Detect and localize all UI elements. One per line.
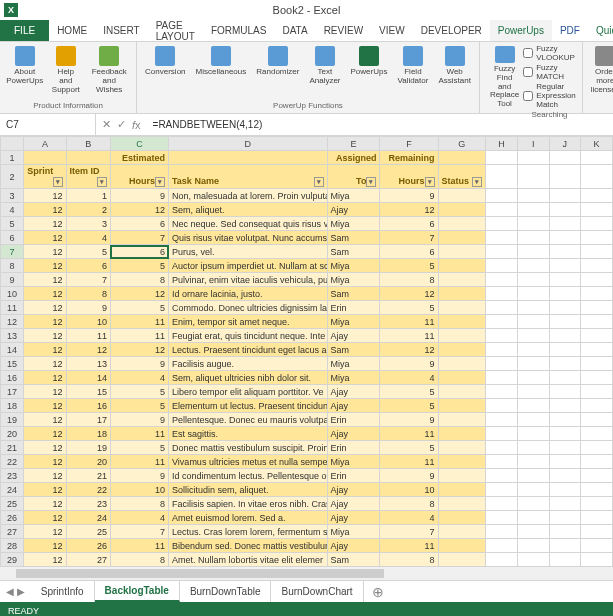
filter-icon[interactable]: ▾ (472, 177, 482, 187)
cell[interactable]: 11 (380, 315, 438, 329)
cell[interactable]: Amet euismod lorem. Sed a. (169, 511, 328, 525)
cell[interactable] (438, 483, 486, 497)
cell[interactable]: 9 (110, 189, 168, 203)
col-header-corner[interactable] (1, 137, 24, 151)
fx-icon[interactable]: fx (132, 119, 141, 131)
cell[interactable]: 11 (110, 539, 168, 553)
cell[interactable] (438, 539, 486, 553)
cell[interactable]: Feugiat erat, quis tincidunt neque. Inte (169, 329, 328, 343)
order-licenses-button[interactable]: Order more licenses (587, 44, 613, 100)
cell[interactable]: 5 (110, 259, 168, 273)
cell[interactable]: 8 (66, 287, 110, 301)
cell[interactable] (438, 231, 486, 245)
fuzzy-vlookup-checkbox[interactable]: Fuzzy VLOOKUP (523, 44, 576, 62)
sheet-burndowntable[interactable]: BurnDownTable (180, 581, 272, 602)
cell[interactable]: 6 (110, 217, 168, 231)
cell[interactable]: 8 (380, 273, 438, 287)
cell[interactable]: 9 (380, 469, 438, 483)
tab-file[interactable]: FILE (0, 20, 49, 41)
cell[interactable]: 11 (380, 329, 438, 343)
cell[interactable]: 12 (24, 371, 66, 385)
row-header[interactable]: 22 (1, 455, 24, 469)
cell[interactable]: Sam (327, 287, 380, 301)
cell[interactable] (438, 553, 486, 567)
fuzzy-find-button[interactable]: Fuzzy Find and Replace Tool (486, 44, 523, 111)
cell[interactable]: Libero tempor elit aliquam porttitor. Ve (169, 385, 328, 399)
cell[interactable]: 12 (24, 553, 66, 567)
cell[interactable]: 5 (110, 441, 168, 455)
cell[interactable]: 6 (66, 259, 110, 273)
cell[interactable]: Sem, aliquet ultricies nibh dolor sit. (169, 371, 328, 385)
row-header[interactable]: 5 (1, 217, 24, 231)
cell[interactable]: 9 (66, 301, 110, 315)
tab-developer[interactable]: DEVELOPER (413, 20, 490, 41)
filter-icon[interactable]: ▾ (53, 177, 63, 187)
formula-bar[interactable]: =RANDBETWEEN(4,12) (147, 119, 613, 130)
cell[interactable]: 12 (24, 217, 66, 231)
cell[interactable]: Ajay (327, 329, 380, 343)
cell[interactable]: Miya (327, 259, 380, 273)
cell[interactable]: Miya (327, 217, 380, 231)
cell[interactable]: 11 (380, 427, 438, 441)
cell[interactable]: Facilisis augue. (169, 357, 328, 371)
cell[interactable]: Non, malesuada at lorem. Proin vulputa (169, 189, 328, 203)
cell[interactable]: 13 (66, 357, 110, 371)
cell[interactable]: 12 (24, 343, 66, 357)
cell[interactable]: Miya (327, 525, 380, 539)
cell[interactable]: Purus, vel. (169, 245, 328, 259)
cell[interactable]: Ajay (327, 539, 380, 553)
cell[interactable]: 12 (24, 259, 66, 273)
cell[interactable]: Sam (327, 231, 380, 245)
row-header[interactable]: 16 (1, 371, 24, 385)
cell[interactable]: 26 (66, 539, 110, 553)
spreadsheet-grid[interactable]: ABCDEFGHIJK 1EstimatedAssignedRemaining2… (0, 136, 613, 566)
scroll-thumb[interactable] (16, 569, 384, 578)
cell[interactable]: Vivamus ultricies metus et nulla sempe (169, 455, 328, 469)
cell[interactable]: Elementum ut lectus. Praesent tincidun (169, 399, 328, 413)
row-header[interactable]: 21 (1, 441, 24, 455)
cell[interactable] (438, 301, 486, 315)
web-assistant-button[interactable]: Web Assistant (434, 44, 474, 100)
cancel-icon[interactable]: ✕ (102, 118, 111, 131)
sheet-nav[interactable]: ◀ ▶ (0, 586, 31, 597)
cell[interactable]: Sam (327, 343, 380, 357)
cell[interactable] (438, 497, 486, 511)
row-header[interactable]: 6 (1, 231, 24, 245)
cell[interactable]: Lectus. Praesent tincidunt eget lacus ac (169, 343, 328, 357)
cell[interactable] (438, 217, 486, 231)
cell[interactable] (438, 399, 486, 413)
cell[interactable]: Donec mattis vestibulum suscipit. Proin (169, 441, 328, 455)
cell[interactable]: 11 (380, 455, 438, 469)
cell[interactable]: 12 (24, 539, 66, 553)
cell[interactable]: 7 (380, 525, 438, 539)
feedback-button[interactable]: Feedback and Wishes (86, 44, 132, 100)
cell[interactable]: 12 (24, 189, 66, 203)
col-header-I[interactable]: I (517, 137, 549, 151)
cell[interactable]: 5 (380, 301, 438, 315)
row-header[interactable]: 14 (1, 343, 24, 357)
col-header-D[interactable]: D (169, 137, 328, 151)
row-header[interactable]: 3 (1, 189, 24, 203)
cell[interactable]: 12 (24, 441, 66, 455)
cell[interactable] (438, 525, 486, 539)
cell[interactable]: 5 (110, 399, 168, 413)
cell[interactable]: Erin (327, 301, 380, 315)
cell[interactable]: 11 (66, 329, 110, 343)
cell[interactable]: 9 (380, 357, 438, 371)
cell[interactable]: 11 (110, 455, 168, 469)
row-header[interactable]: 12 (1, 315, 24, 329)
row-header[interactable]: 8 (1, 259, 24, 273)
cell[interactable]: Miya (327, 455, 380, 469)
cell[interactable]: Id ornare lacinia, justo. (169, 287, 328, 301)
cell[interactable] (438, 259, 486, 273)
cell[interactable]: 27 (66, 553, 110, 567)
col-header-K[interactable]: K (581, 137, 613, 151)
cell[interactable]: 7 (380, 231, 438, 245)
cell[interactable]: 9 (110, 357, 168, 371)
cell[interactable]: 12 (24, 511, 66, 525)
cell[interactable]: 10 (66, 315, 110, 329)
cell[interactable]: 18 (66, 427, 110, 441)
cell[interactable]: 15 (66, 385, 110, 399)
col-header-G[interactable]: G (438, 137, 486, 151)
cell[interactable] (438, 287, 486, 301)
